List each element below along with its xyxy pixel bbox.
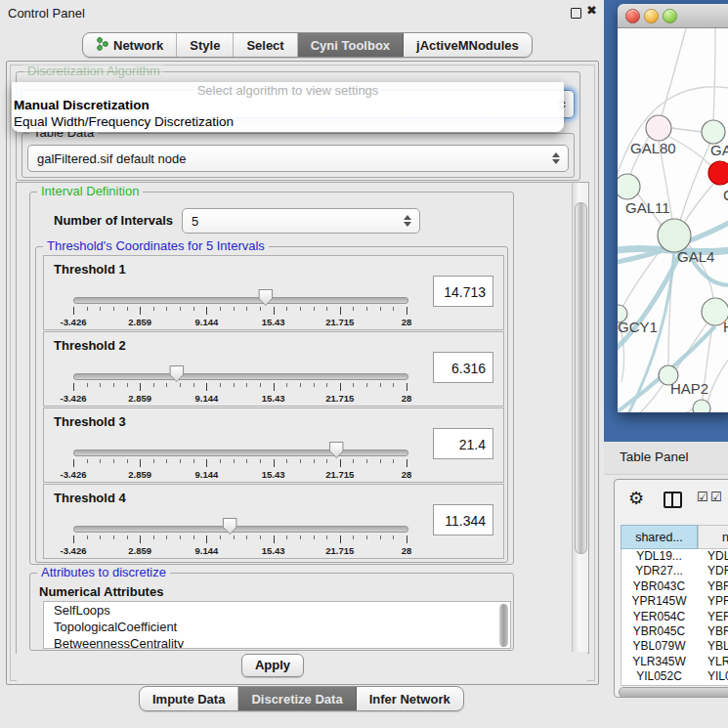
tab-jactivemnodules[interactable]: jActiveMNodules: [404, 33, 532, 57]
slider-track[interactable]: [73, 450, 408, 456]
checkbox-icon[interactable]: ☑: [697, 490, 708, 504]
column-header-shared-name[interactable]: shared...: [621, 525, 698, 549]
list-item[interactable]: SelfLoops: [44, 602, 510, 619]
threshold-2-value[interactable]: 6.316: [433, 352, 493, 383]
tab-infer-network[interactable]: Infer Network: [357, 687, 463, 710]
network-node-partial[interactable]: [693, 400, 710, 412]
tick-label: 15.43: [262, 393, 285, 404]
table-row[interactable]: YBR045CYBR0: [621, 624, 728, 639]
list-item[interactable]: TopologicalCoefficient: [44, 619, 510, 635]
number-of-intervals-combobox[interactable]: 5: [182, 208, 420, 234]
tab-discretize-data[interactable]: Discretize Data: [238, 687, 356, 710]
network-node-selected-red[interactable]: [708, 161, 728, 185]
threshold-2-slider[interactable]: -3.426 2.859 9.144 15.43 21.715 28: [73, 365, 407, 405]
close-icon[interactable]: ✖: [586, 3, 597, 18]
tab-network[interactable]: Network: [83, 33, 177, 57]
tick-label: 2.859: [128, 393, 151, 404]
tick: [206, 307, 207, 315]
cell[interactable]: YIL0: [698, 669, 728, 684]
cell[interactable]: YBR0: [698, 624, 728, 639]
network-canvas[interactable]: GAL80 GA C GAL11 GAL4 GCY1 H HAP2: [618, 28, 728, 412]
threshold-4-slider[interactable]: -3.426 2.859 9.144 15.43 21.715 28: [73, 518, 407, 557]
cell[interactable]: YBR043C: [621, 579, 698, 594]
threshold-2-label: Threshold 2: [54, 338, 126, 353]
tab-style[interactable]: Style: [177, 33, 234, 57]
cell[interactable]: YDR27...: [621, 564, 698, 578]
cell[interactable]: YLR345W: [621, 655, 698, 669]
cell[interactable]: YDR2: [698, 564, 728, 578]
network-node-gal11[interactable]: [618, 174, 640, 199]
cell[interactable]: YBR0: [698, 579, 728, 594]
slider-track[interactable]: [73, 297, 408, 304]
network-view-window[interactable]: GAL80 GA C GAL11 GAL4 GCY1 H HAP2: [618, 4, 728, 412]
apply-button[interactable]: Apply: [241, 654, 304, 677]
float-window-icon[interactable]: [571, 8, 581, 19]
cell[interactable]: YBL079W: [621, 639, 698, 654]
table-row[interactable]: YBL079WYBL0: [621, 639, 728, 654]
horizontal-scrollbar-thumb[interactable]: [619, 687, 728, 698]
tick: [274, 535, 275, 543]
network-window-titlebar[interactable]: [618, 4, 728, 28]
table-row[interactable]: YIL052CYIL0: [621, 669, 728, 684]
discretization-algorithm-title: Discretization Algorithm: [23, 64, 164, 78]
tick-label: 15.43: [262, 469, 285, 480]
tab-cyni-toolbox[interactable]: Cyni Toolbox: [298, 33, 404, 57]
threshold-1-label: Threshold 1: [54, 262, 126, 277]
slider-track[interactable]: [73, 373, 408, 380]
tick: [340, 307, 341, 315]
cell[interactable]: YIL052C: [621, 669, 698, 684]
threshold-1-value[interactable]: 14.713: [433, 276, 493, 307]
table-row[interactable]: YBR043CYBR0: [621, 579, 728, 594]
vertical-scrollbar-thumb[interactable]: [575, 202, 587, 554]
dropdown-item-equal-width-frequency[interactable]: Equal Width/Frequency Discretization: [14, 114, 234, 129]
numerical-attributes-list[interactable]: SelfLoops TopologicalCoefficient Between…: [43, 601, 511, 649]
list-item[interactable]: BetweennessCentrality: [44, 635, 510, 649]
table-data-combobox[interactable]: galFiltered.sif default node: [27, 145, 569, 172]
vertical-scrollbar[interactable]: [572, 183, 588, 653]
tick-label: 15.43: [262, 545, 285, 556]
checkbox-icon[interactable]: ☑: [710, 490, 722, 504]
split-columns-icon[interactable]: [664, 492, 682, 508]
list-scrollbar-thumb[interactable]: [499, 604, 508, 647]
cell[interactable]: YDL1: [698, 549, 728, 564]
tab-select[interactable]: Select: [234, 33, 297, 57]
cell[interactable]: YPR145W: [621, 594, 698, 609]
tick: [73, 459, 74, 467]
tick-label: 2.859: [128, 469, 151, 480]
threshold-3-slider[interactable]: -3.426 2.859 9.144 15.43 21.715 28: [73, 442, 407, 481]
network-node-gal4[interactable]: [658, 219, 691, 252]
cell[interactable]: YPR1: [698, 594, 728, 609]
tick: [140, 535, 141, 543]
cell[interactable]: YBL0: [698, 639, 728, 654]
window-minimize-icon[interactable]: [644, 9, 659, 23]
tab-infer-network-label: Infer Network: [369, 692, 450, 707]
dropdown-item-manual-discretization[interactable]: Manual Discretization: [14, 98, 150, 112]
column-header-name[interactable]: n: [698, 525, 728, 549]
network-icon: [96, 37, 108, 54]
cell[interactable]: YDL19...: [621, 549, 698, 564]
threshold-3-value[interactable]: 21.4: [433, 428, 493, 459]
table-row[interactable]: YLR345WYLR3: [621, 655, 728, 669]
node-label: GCY1: [618, 319, 658, 335]
cell[interactable]: YER0: [698, 610, 728, 624]
table-row[interactable]: YER054CYER0: [621, 610, 728, 624]
network-node-gal80[interactable]: [646, 115, 671, 141]
threshold-3-label: Threshold 3: [54, 414, 126, 429]
network-node-ga[interactable]: [702, 120, 725, 144]
table-row[interactable]: YPR145WYPR1: [621, 594, 728, 609]
table-row[interactable]: YDL19...YDL1: [621, 549, 728, 564]
threshold-2-panel: Threshold 2 -3.426 2.859 9.144 15.43 21.…: [43, 331, 504, 407]
cell[interactable]: YBR045C: [621, 624, 698, 639]
threshold-4-value[interactable]: 11.344: [433, 504, 493, 535]
cell[interactable]: YER054C: [621, 610, 698, 624]
tick-label: 2.859: [128, 545, 151, 556]
stepper-icon: [548, 152, 568, 164]
gear-icon[interactable]: ⚙: [628, 488, 644, 509]
table-row[interactable]: YDR27...YDR2: [621, 564, 728, 578]
window-close-icon[interactable]: [625, 9, 640, 23]
slider-track[interactable]: [73, 526, 408, 533]
threshold-1-slider[interactable]: -3.426 2.859 9.144 15.43 21.715 28: [73, 289, 407, 328]
tab-impute-data[interactable]: Impute Data: [140, 687, 238, 710]
cell[interactable]: YLR3: [698, 655, 728, 669]
window-zoom-icon[interactable]: [663, 9, 677, 23]
